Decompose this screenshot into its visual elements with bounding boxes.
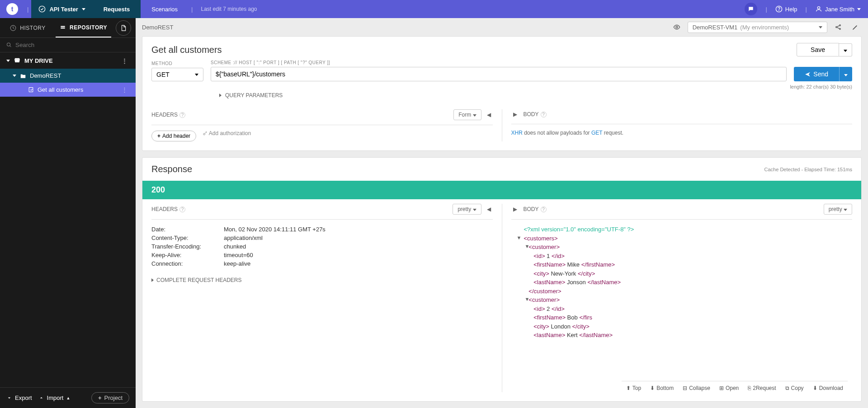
response-headers-format-dropdown[interactable]: pretty xyxy=(453,204,481,215)
url-length-meta: length: 22 char(s) 30 byte(s) xyxy=(142,84,861,89)
edit-button[interactable] xyxy=(849,21,862,33)
save-dropdown[interactable] xyxy=(839,43,852,56)
url-input[interactable] xyxy=(211,67,787,81)
download-icon xyxy=(6,395,12,401)
chevron-down-icon xyxy=(6,60,10,62)
help-icon[interactable]: ? xyxy=(541,112,547,117)
last-edit-label: Last edit 7 minutes ago xyxy=(201,6,257,12)
svg-point-5 xyxy=(7,43,10,46)
open-button[interactable]: ⊞ Open xyxy=(719,385,739,391)
api-tester-dropdown[interactable]: API Tester xyxy=(31,0,92,18)
response-body-toolbar: ⬆ Top ⬇ Bottom ⊟ Collapse ⊞ Open ⎘ 2Requ… xyxy=(622,381,848,395)
body-label: BODY xyxy=(524,111,539,117)
bottom-button[interactable]: ⬇ Bottom xyxy=(650,385,674,391)
key-icon xyxy=(203,131,208,136)
history-tab[interactable]: HISTORY xyxy=(0,25,56,31)
request-title: Get all customers xyxy=(151,45,222,55)
project-name: DemoREST xyxy=(30,72,61,79)
feedback-button[interactable] xyxy=(745,3,757,15)
to-request-button[interactable]: ⎘ 2Request xyxy=(748,385,776,391)
request-icon xyxy=(28,87,34,93)
headers-format-dropdown[interactable]: Form xyxy=(453,109,481,120)
svg-point-7 xyxy=(676,26,678,28)
fold-caret[interactable]: ▼ xyxy=(517,234,522,242)
user-icon xyxy=(815,5,822,13)
add-authorization-link[interactable]: Add authorization xyxy=(203,130,251,136)
my-drive-menu[interactable]: ⋮ xyxy=(120,57,129,64)
method-label: METHOD xyxy=(151,61,203,66)
svg-point-11 xyxy=(203,133,205,135)
fold-caret[interactable]: ▼ xyxy=(525,243,530,250)
clock-icon xyxy=(10,25,16,31)
new-document-button[interactable] xyxy=(116,20,131,36)
svg-point-2 xyxy=(778,10,779,11)
response-meta: Cache Detected - Elapsed Time: 151ms xyxy=(764,167,852,172)
check-circle-icon xyxy=(38,5,46,13)
breadcrumb[interactable]: DemoREST xyxy=(142,24,173,31)
help-icon[interactable]: ? xyxy=(541,206,547,212)
add-header-button[interactable]: +Add header xyxy=(151,131,196,141)
method-select[interactable]: GET xyxy=(151,68,203,81)
headers-label: HEADERS xyxy=(151,112,178,118)
env-visibility-button[interactable] xyxy=(670,21,683,33)
chevron-right-icon xyxy=(219,94,222,97)
tab-requests[interactable]: Requests xyxy=(93,0,141,18)
eye-icon xyxy=(673,23,680,31)
send-button[interactable]: Send xyxy=(794,67,839,81)
collapse-left-icon[interactable]: ◀ xyxy=(485,204,493,214)
user-menu[interactable]: Jane Smith xyxy=(815,5,861,13)
search-bar[interactable] xyxy=(0,38,136,52)
response-body-label: BODY xyxy=(524,206,539,212)
download-button[interactable]: ⬇ Download xyxy=(813,385,843,391)
folder-icon xyxy=(20,73,26,79)
save-button[interactable]: Save xyxy=(797,43,839,56)
response-headers-table: Date:Mon, 02 Nov 2020 14:11:11 GMT +27s … xyxy=(151,220,493,268)
svg-rect-6 xyxy=(29,88,33,92)
export-button[interactable]: Export xyxy=(6,394,32,401)
request-item-label: Get all customers xyxy=(38,86,83,93)
response-headers-label: HEADERS xyxy=(151,206,178,212)
drive-icon xyxy=(14,57,21,64)
top-button[interactable]: ⬆ Top xyxy=(626,385,641,391)
request-item-menu[interactable]: ⋮ xyxy=(120,86,129,93)
help-icon[interactable]: ? xyxy=(179,206,185,212)
response-title: Response xyxy=(151,164,192,174)
fold-caret[interactable]: ▼ xyxy=(525,295,530,303)
svg-point-3 xyxy=(817,7,820,9)
chevron-down-icon xyxy=(13,75,16,77)
request-item-get-all-customers[interactable]: Get all customers ⋮ xyxy=(0,83,136,97)
collapse-right-icon[interactable]: ▶ xyxy=(511,204,519,214)
app-logo[interactable]: t xyxy=(6,3,18,15)
env-group: (My environments) xyxy=(740,24,789,31)
share-button[interactable] xyxy=(832,21,844,33)
send-dropdown[interactable] xyxy=(839,67,852,81)
scheme-label: SCHEME :// HOST [ ":" PORT ] [ PATH [ "?… xyxy=(211,60,787,65)
help-icon[interactable]: ? xyxy=(179,112,185,118)
help-button[interactable]: Help xyxy=(775,5,797,13)
pencil-icon xyxy=(852,23,859,31)
environment-dropdown[interactable]: DemoREST-VM1 (My environments) xyxy=(688,22,827,33)
collapse-left-icon[interactable]: ◀ xyxy=(485,110,493,120)
my-drive-root[interactable]: MY DRIVE ⋮ xyxy=(0,52,136,69)
env-name: DemoREST-VM1 xyxy=(693,24,738,31)
collapse-button[interactable]: ⊟ Collapse xyxy=(683,385,710,391)
project-demorest[interactable]: DemoREST xyxy=(0,69,136,83)
collapse-right-icon[interactable]: ▶ xyxy=(511,109,519,119)
query-parameters-toggle[interactable]: QUERY PARAMETERS xyxy=(142,89,861,105)
project-button[interactable]: + Project xyxy=(91,392,129,403)
divider: | xyxy=(27,6,28,13)
user-name: Jane Smith xyxy=(825,6,854,13)
body-message: XHR does not allow payloads for GET requ… xyxy=(511,124,853,136)
response-body-format-dropdown[interactable]: pretty xyxy=(824,204,852,215)
import-button[interactable]: Import ▲ xyxy=(38,394,71,401)
send-icon xyxy=(805,71,811,77)
copy-button[interactable]: ⧉ Copy xyxy=(785,385,804,391)
response-status: 200 xyxy=(142,181,861,199)
document-icon xyxy=(120,25,127,31)
search-input[interactable] xyxy=(15,42,129,48)
repository-tab[interactable]: REPOSITORY xyxy=(56,18,111,38)
complete-request-headers-toggle[interactable]: COMPLETE REQUEST HEADERS xyxy=(151,268,493,283)
search-icon xyxy=(6,42,12,48)
chevron-down-icon xyxy=(819,26,822,28)
tab-scenarios[interactable]: Scenarios xyxy=(141,0,189,18)
